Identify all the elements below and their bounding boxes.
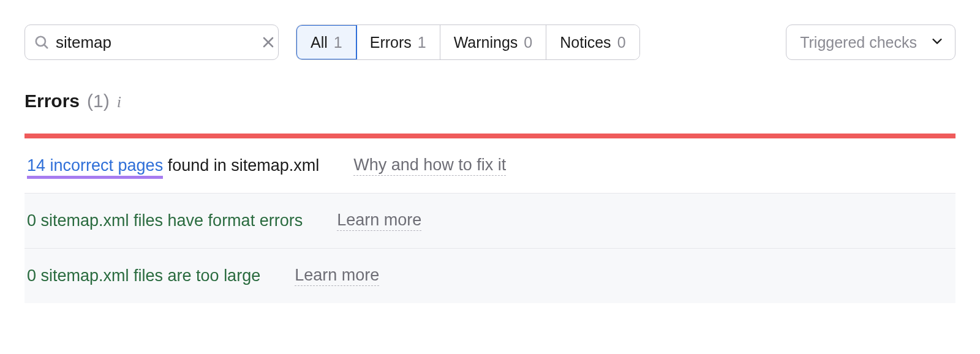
- hint-link[interactable]: Learn more: [295, 266, 379, 286]
- issue-text: 0 sitemap.xml files have format errors: [27, 211, 303, 230]
- tab-all[interactable]: All 1: [296, 24, 357, 60]
- info-icon[interactable]: i: [117, 93, 121, 111]
- tab-label: Notices: [560, 34, 611, 51]
- issue-row: 0 sitemap.xml files have format errors L…: [24, 193, 956, 248]
- search-input-wrap[interactable]: [24, 24, 279, 60]
- section-header-errors: Errors (1) i: [24, 91, 956, 134]
- tab-label: All: [311, 34, 328, 51]
- triggered-checks-dropdown[interactable]: Triggered checks: [786, 24, 956, 60]
- tab-errors[interactable]: Errors 1: [356, 25, 440, 59]
- filter-tabs: All 1 Errors 1 Warnings 0 Notices 0: [296, 24, 640, 60]
- tab-warnings[interactable]: Warnings 0: [440, 25, 547, 59]
- errors-divider: [24, 134, 956, 138]
- svg-line-1: [44, 45, 47, 48]
- section-count: (1): [87, 91, 110, 111]
- issue-row: 0 sitemap.xml files are too large Learn …: [24, 248, 956, 303]
- issue-link[interactable]: 14 incorrect pages: [27, 156, 163, 179]
- toolbar: All 1 Errors 1 Warnings 0 Notices 0 Trig…: [24, 24, 956, 60]
- section-title: Errors: [24, 91, 80, 111]
- tab-notices[interactable]: Notices 0: [546, 25, 639, 59]
- tab-label: Warnings: [454, 34, 518, 51]
- tab-count: 0: [617, 34, 626, 51]
- chevron-down-icon: [930, 34, 944, 51]
- tab-label: Errors: [370, 34, 412, 51]
- issue-row: 14 incorrect pages found in sitemap.xml …: [24, 138, 956, 193]
- search-input[interactable]: [56, 33, 255, 52]
- tab-count: 0: [524, 34, 532, 51]
- issue-text: 0 sitemap.xml files are too large: [27, 266, 260, 285]
- dropdown-label: Triggered checks: [800, 34, 917, 51]
- issue-text: 14 incorrect pages found in sitemap.xml: [27, 156, 319, 175]
- clear-icon[interactable]: [261, 35, 276, 50]
- hint-link[interactable]: Learn more: [337, 211, 421, 231]
- tab-count: 1: [418, 34, 426, 51]
- issue-rest: found in sitemap.xml: [163, 156, 319, 175]
- tab-count: 1: [334, 34, 342, 51]
- hint-link[interactable]: Why and how to fix it: [353, 156, 506, 176]
- search-icon: [34, 34, 50, 50]
